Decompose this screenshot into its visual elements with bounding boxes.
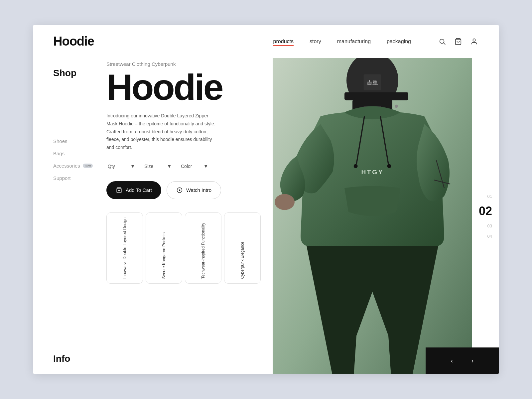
info-heading: Info (53, 347, 80, 364)
bottom-nav: ‹ › (426, 347, 499, 374)
size-arrow: ▼ (167, 164, 172, 169)
svg-point-0 (440, 39, 444, 43)
prev-button[interactable]: ‹ (448, 355, 456, 367)
sidebar-item-shoes[interactable]: Shoes (53, 138, 80, 144)
qty-dropdown[interactable]: Qty ▼ (106, 162, 136, 171)
feature-3: Techwear-inspired Functionality (185, 212, 221, 284)
product-subtitle: Streetwear Clothing Cyberpunk (106, 61, 492, 67)
features-row: Innovative Double-Layered Design Secure … (106, 212, 492, 284)
product-options: Qty ▼ Size ▼ Color ▼ (106, 162, 492, 171)
header-icons (438, 37, 479, 46)
main-content: Shop Shoes Bags Accessories new Support … (33, 58, 499, 374)
right-pagination: 01 02 03 04 (479, 194, 492, 238)
color-dropdown[interactable]: Color ▼ (180, 162, 209, 171)
feature-4: Cyberpunk Elegance (224, 212, 261, 284)
nav-manufacturing[interactable]: manufacturing (337, 39, 371, 45)
watch-intro-button[interactable]: Watch Intro (167, 181, 221, 199)
svg-point-3 (473, 39, 475, 41)
feature-1: Innovative Double-Layered Design (106, 212, 143, 284)
color-arrow: ▼ (203, 164, 208, 169)
page-container: Hoodie products story manufacturing pack… (33, 25, 499, 374)
user-icon[interactable] (469, 37, 479, 46)
product-description: Introducing our innovative Double Layere… (106, 112, 219, 152)
sidebar: Shop Shoes Bags Accessories new Support … (33, 58, 100, 374)
cart-btn-icon (116, 187, 122, 194)
search-icon[interactable] (438, 37, 447, 46)
sidebar-item-bags[interactable]: Bags (53, 151, 80, 156)
sidebar-nav: Shoes Bags Accessories new Support (53, 138, 80, 181)
page-04[interactable]: 04 (479, 233, 492, 238)
play-icon (176, 187, 183, 194)
nav-packaging[interactable]: packaging (387, 39, 411, 45)
feature-2: Secure Kangaroo Pockets (146, 212, 182, 284)
next-button[interactable]: › (469, 355, 476, 367)
page-02[interactable]: 02 (479, 204, 492, 218)
svg-marker-6 (179, 189, 181, 191)
cart-icon[interactable] (454, 37, 463, 46)
action-buttons: Add To Cart Watch Intro (106, 181, 492, 199)
size-dropdown[interactable]: Size ▼ (143, 162, 173, 171)
accessories-badge: new (83, 164, 93, 168)
brand-logo: Hoodie (53, 34, 94, 49)
page-03[interactable]: 03 (479, 223, 492, 228)
sidebar-item-accessories[interactable]: Accessories new (53, 163, 80, 169)
add-to-cart-button[interactable]: Add To Cart (106, 181, 161, 199)
main-nav: products story manufacturing packaging (273, 39, 411, 45)
nav-products[interactable]: products (273, 39, 294, 45)
nav-story[interactable]: story (310, 39, 321, 45)
shop-heading: Shop (53, 68, 80, 78)
product-area: Streetwear Clothing Cyberpunk Hoodie Int… (100, 58, 499, 374)
qty-arrow: ▼ (130, 164, 135, 169)
product-title: Hoodie (106, 69, 492, 105)
sidebar-item-support[interactable]: Support (53, 175, 80, 181)
svg-line-1 (444, 43, 445, 45)
page-01[interactable]: 01 (479, 194, 492, 199)
header: Hoodie products story manufacturing pack… (33, 25, 499, 58)
